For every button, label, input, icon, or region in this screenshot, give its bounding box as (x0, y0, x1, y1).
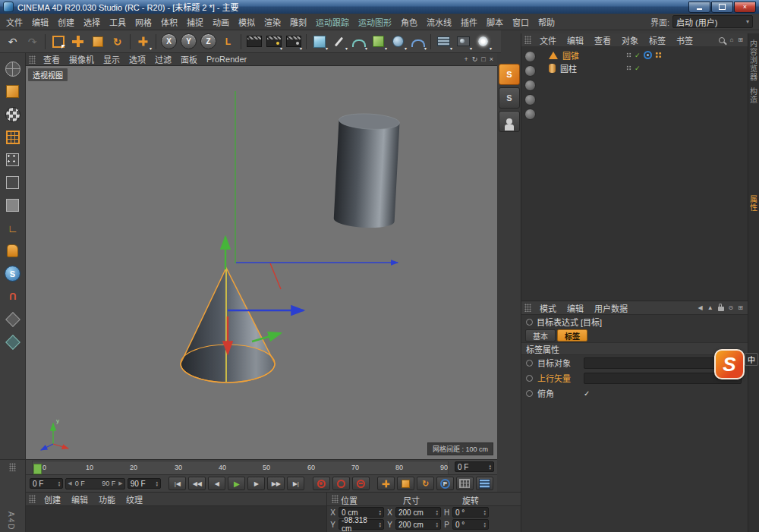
redo-button[interactable]: ↷ (23, 32, 42, 51)
layout-grid-icon[interactable]: ⊞ (738, 304, 743, 311)
jump-end-button[interactable]: ▶| (287, 477, 304, 490)
viewport-menu-item[interactable]: ProRender (202, 53, 251, 65)
ime-language-indicator[interactable]: 中 (745, 353, 758, 366)
z-axis-lock-button[interactable]: Z (199, 32, 218, 51)
primitive-cube-button[interactable]: ▾ (310, 32, 329, 51)
stepper-icon[interactable]: ▴▾ (379, 521, 381, 527)
jump-start-button[interactable]: |◀ (168, 477, 186, 490)
object-row-cylinder[interactable]: 圆柱 ✓ (538, 61, 745, 74)
spline-tool-button[interactable]: ▾ (349, 32, 368, 51)
range-right-arrow-icon[interactable]: ▶ (118, 480, 122, 486)
magnet-snap-button[interactable]: U (2, 286, 24, 307)
menubar-item[interactable]: 窗口 (508, 14, 534, 30)
om-menu-item[interactable]: 书签 (671, 33, 698, 48)
expression-tag-icon[interactable] (655, 52, 662, 58)
scene-canvas[interactable]: y (26, 66, 497, 459)
material-menu-item[interactable]: 创建 (39, 492, 66, 507)
menubar-item[interactable]: 网格 (131, 14, 156, 30)
target-icon[interactable]: ⊙ (729, 304, 734, 311)
record-parameter-toggle[interactable]: P (436, 477, 454, 490)
stepper-icon[interactable]: ▴▾ (379, 509, 381, 515)
pen-tool-button[interactable]: ▾ (329, 32, 348, 51)
timeline-frame-field[interactable]: 0 F ▴▾ (455, 461, 494, 472)
om-menu-item[interactable]: 查看 (589, 33, 616, 48)
material-menu-item[interactable]: 编辑 (66, 492, 93, 507)
x-axis-lock-button[interactable]: X (159, 32, 178, 51)
menubar-item[interactable]: 帮助 (534, 14, 559, 30)
axis-mode-button[interactable]: ∟ (2, 218, 24, 238)
render-region-button[interactable]: ▾ (264, 32, 283, 51)
tab-tag[interactable]: 标签 (557, 329, 587, 342)
om-orb-icon[interactable] (524, 51, 536, 62)
dope-sheet-button[interactable] (476, 477, 493, 490)
menubar-item[interactable]: 插件 (456, 14, 482, 30)
tab-attributes[interactable]: 属性 (749, 195, 759, 212)
viewport-menu-item[interactable]: 显示 (99, 52, 124, 67)
texture-mode-button[interactable] (2, 104, 24, 124)
menubar-item[interactable]: 脚本 (482, 14, 508, 30)
script-layout-button[interactable]: S (499, 87, 520, 109)
timeline-ruler[interactable]: 0 10 20 30 40 50 60 70 80 90 (32, 461, 449, 475)
y-axis-lock-button[interactable]: Y (179, 32, 198, 51)
volume-button[interactable]: ▾ (389, 32, 408, 51)
menubar-item[interactable]: 运动跟踪 (311, 14, 354, 30)
scale-tool-button[interactable] (88, 32, 107, 51)
c4d-badge-button[interactable]: S (2, 263, 24, 284)
visibility-dots-icon[interactable] (626, 52, 631, 58)
size-y-field[interactable]: 200 cm▴▾ (395, 519, 441, 530)
drag-handle[interactable] (332, 495, 339, 503)
checkbox-checked-icon[interactable]: ✓ (584, 389, 590, 398)
interface-select[interactable]: 启动 (用户) ▾ (672, 15, 753, 28)
viewport-menu-item[interactable]: 选项 (124, 52, 150, 67)
om-menu-item[interactable]: 标签 (644, 33, 671, 48)
menubar-item[interactable]: 文件 (2, 14, 27, 30)
render-settings-button[interactable]: ▾ (284, 32, 303, 51)
enabled-check-icon[interactable]: ✓ (635, 52, 641, 59)
drag-handle[interactable] (9, 463, 16, 471)
points-mode-button[interactable] (2, 150, 24, 170)
record-scale-toggle[interactable] (397, 477, 414, 490)
om-orb-icon[interactable] (524, 109, 536, 120)
menubar-item[interactable]: 捕捉 (182, 14, 208, 30)
rotation-p-field[interactable]: 0 °▴▾ (452, 519, 489, 530)
menubar-item[interactable]: 渲染 (260, 14, 285, 30)
position-y-field[interactable]: -98.318 cm▴▾ (339, 519, 384, 530)
coordinate-system-button[interactable]: L (219, 32, 238, 51)
prev-key-button[interactable]: ◀◀ (188, 477, 206, 490)
record-position-toggle[interactable] (377, 477, 395, 490)
animate-layout-button[interactable] (499, 111, 520, 132)
layout-grid-icon[interactable]: ⊞ (738, 36, 743, 43)
polygons-mode-button[interactable] (2, 195, 24, 216)
stepper-icon[interactable]: ▴▾ (436, 521, 438, 527)
stepper-icon[interactable]: ▴▾ (156, 480, 158, 486)
play-button[interactable]: ▶ (228, 477, 245, 490)
ime-s-logo[interactable]: S (714, 349, 745, 379)
deformer-button[interactable]: ▾ (408, 32, 427, 51)
om-menu-item[interactable]: 编辑 (562, 33, 589, 48)
menubar-item[interactable]: 编辑 (27, 14, 53, 30)
light-button[interactable]: ▾ (474, 32, 493, 51)
range-left-arrow-icon[interactable]: ◀ (68, 480, 71, 486)
size-x-field[interactable]: 200 cm▴▾ (395, 507, 441, 518)
autokey-button[interactable] (332, 477, 350, 490)
drag-handle[interactable] (29, 495, 36, 503)
viewport-menu-item[interactable]: 面板 (176, 52, 202, 67)
record-keyframe-button[interactable] (313, 477, 330, 490)
visibility-dots-icon[interactable] (626, 65, 631, 71)
menubar-item[interactable]: 雕刻 (285, 14, 311, 30)
stepper-icon[interactable]: ▴▾ (436, 509, 438, 515)
orbit-view-icon[interactable]: ↻ (472, 55, 478, 63)
am-menu-item[interactable]: 编辑 (562, 301, 589, 316)
rotate-tool-button[interactable]: ↻ (108, 32, 127, 51)
am-menu-item[interactable]: 用户数据 (589, 301, 633, 316)
material-menu-item[interactable]: 功能 (93, 492, 121, 507)
pan-view-icon[interactable]: + (464, 55, 468, 63)
minimize-button[interactable] (688, 2, 710, 13)
menubar-item[interactable]: 选择 (79, 14, 105, 30)
om-orb-icon[interactable] (524, 80, 536, 91)
sculpt-layout-button[interactable]: S (499, 64, 520, 85)
search-icon[interactable] (719, 37, 725, 43)
keyframe-selection-button[interactable] (352, 477, 370, 490)
toggle-view-icon[interactable]: × (490, 55, 493, 63)
undo-button[interactable]: ↶ (3, 32, 22, 51)
